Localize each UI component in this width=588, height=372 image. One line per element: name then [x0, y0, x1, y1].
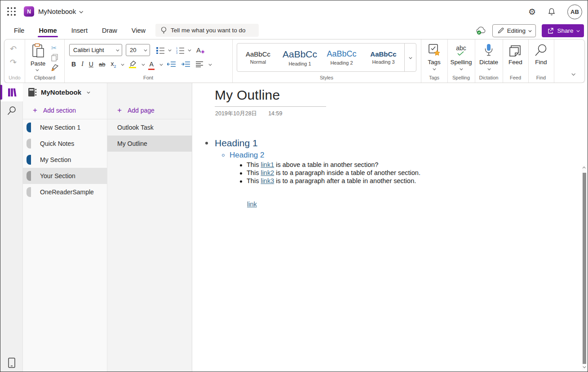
paste-icon[interactable] — [31, 43, 45, 59]
link2[interactable]: link2 — [261, 169, 274, 176]
highlight-color-icon[interactable] — [129, 60, 137, 68]
outline-item[interactable]: This link2 is to a paragraph inside a ta… — [247, 169, 420, 176]
style-name: Normal — [250, 59, 266, 65]
chevron-down-icon[interactable] — [188, 48, 190, 51]
divider — [554, 39, 554, 83]
rail-notebooks-button[interactable] — [0, 83, 23, 101]
onenote-window: N MyNotebook ⚙ AB File Home Insert Draw … — [0, 0, 588, 372]
app-launcher-icon[interactable] — [7, 7, 16, 16]
feed-button[interactable]: Feed Feed — [503, 39, 528, 83]
paragraph-alignment-icon[interactable] — [196, 61, 203, 67]
format-painter-icon[interactable] — [51, 64, 59, 72]
bullet-list-icon[interactable] — [156, 47, 165, 54]
tab-draw[interactable]: Draw — [95, 23, 124, 38]
decrease-indent-icon[interactable] — [167, 61, 176, 67]
clear-formatting-icon[interactable]: A — [196, 46, 201, 54]
section-color-tab — [27, 155, 31, 165]
link3[interactable]: link3 — [261, 177, 274, 184]
section-item-my-section[interactable]: My Section — [23, 152, 107, 168]
tell-me-search[interactable]: Tell me what you want to do — [155, 24, 259, 37]
outline-heading2[interactable]: Heading 2 — [230, 151, 265, 160]
subscript-button[interactable]: x2 — [111, 60, 116, 69]
tags-button[interactable]: Tags Tags — [421, 39, 447, 83]
font-name-select[interactable]: Calibri Light — [69, 44, 122, 56]
scrollbar-thumb[interactable] — [583, 173, 586, 364]
chevron-down-icon[interactable] — [36, 68, 39, 70]
italic-button[interactable]: I — [81, 61, 84, 68]
section-item-onereadersample[interactable]: OneReaderSample — [23, 184, 107, 200]
bold-button[interactable]: B — [71, 61, 76, 68]
undo-icon[interactable]: ↶ — [10, 44, 17, 54]
chevron-down-icon[interactable] — [121, 63, 124, 66]
section-item-quick-notes[interactable]: Quick Notes — [23, 136, 107, 152]
chevron-down-icon — [116, 48, 119, 51]
dictate-button[interactable]: Dictate Dictation — [475, 39, 503, 83]
chevron-down-icon[interactable] — [168, 48, 171, 51]
page-title[interactable]: My Outline — [215, 88, 280, 103]
link1[interactable]: link1 — [261, 161, 274, 168]
editing-label: Editing — [507, 27, 526, 34]
copy-icon[interactable] — [51, 54, 58, 61]
style-heading1[interactable]: AaBbCc Heading 1 — [279, 44, 321, 71]
section-label: New Section 1 — [40, 124, 80, 131]
notebook-header-dropdown[interactable]: MyNotebook — [23, 83, 107, 101]
add-section-button[interactable]: + Add section — [23, 101, 107, 119]
section-item-new-section-1[interactable]: New Section 1 — [23, 119, 107, 136]
style-preview: AaBbCc — [327, 49, 356, 59]
add-page-button[interactable]: + Add page — [107, 101, 192, 119]
settings-gear-icon[interactable]: ⚙ — [528, 8, 536, 16]
find-button[interactable]: Find Find — [528, 39, 554, 83]
spelling-button[interactable]: abc Spelling Spelling — [447, 39, 475, 83]
strikethrough-button[interactable]: ab — [99, 61, 105, 68]
style-normal[interactable]: AaBbCc Normal — [237, 44, 279, 71]
increase-indent-icon[interactable] — [181, 61, 190, 67]
chevron-down-icon[interactable] — [209, 63, 212, 66]
scroll-up-arrow-icon[interactable] — [583, 167, 585, 170]
editing-mode-button[interactable]: Editing — [492, 24, 536, 37]
font-color-letter: A — [149, 61, 153, 68]
dictation-group-label: Dictation — [475, 75, 503, 80]
feed-label: Feed — [508, 59, 522, 66]
chevron-down-icon[interactable] — [160, 63, 163, 66]
section-item-your-section[interactable]: Your Section — [23, 168, 107, 184]
onenote-logo[interactable]: N — [24, 6, 34, 17]
font-size-select[interactable]: 20 — [126, 44, 150, 56]
get-mobile-app-button[interactable] — [0, 358, 23, 368]
pages-header-spacer — [107, 83, 192, 101]
scroll-down-arrow-icon[interactable] — [583, 365, 586, 368]
cut-icon[interactable]: ✂ — [51, 44, 57, 52]
page-item-my-outline[interactable]: My Outline — [107, 136, 192, 152]
avatar[interactable]: AB — [567, 4, 582, 19]
numbered-list-icon[interactable]: 123 — [176, 47, 185, 54]
outline-heading1[interactable]: Heading 1 — [215, 138, 258, 149]
underline-button[interactable]: U — [89, 61, 93, 68]
tab-view[interactable]: View — [124, 23, 153, 38]
collapse-ribbon-chevron-icon[interactable] — [571, 72, 575, 75]
section-color-tab — [27, 171, 31, 181]
dictate-label: Dictate — [479, 59, 498, 66]
ribbon: ↶ ↷ Undo Paste ✂ Clipboard Calibri L — [4, 39, 585, 83]
item-text: This — [247, 177, 261, 184]
share-button[interactable]: Share — [542, 24, 584, 37]
vertical-scrollbar[interactable] — [582, 166, 587, 371]
standalone-link[interactable]: link — [247, 201, 257, 208]
outline-item[interactable]: This link1 is above a table in another s… — [247, 161, 378, 168]
tab-file[interactable]: File — [7, 23, 31, 38]
lightbulb-icon — [161, 26, 167, 35]
notebook-title-dropdown[interactable]: MyNotebook — [38, 8, 82, 15]
tab-insert[interactable]: Insert — [64, 23, 95, 38]
font-color-icon[interactable]: A — [149, 61, 153, 67]
redo-icon[interactable]: ↷ — [10, 57, 17, 67]
style-heading3[interactable]: AaBbCc Heading 3 — [363, 44, 404, 71]
page-item-outlook-task[interactable]: Outlook Task — [107, 119, 192, 136]
tab-home[interactable]: Home — [31, 23, 64, 38]
notifications-bell-icon[interactable] — [548, 8, 556, 16]
styles-gallery-more[interactable] — [404, 44, 416, 71]
paste-label[interactable]: Paste — [31, 60, 45, 67]
page-canvas[interactable]: My Outline 2019年10月28日14:59 Heading 1 He… — [192, 83, 588, 372]
spelling-icon: abc — [456, 44, 466, 57]
style-heading2[interactable]: AaBbCc Heading 2 — [321, 44, 363, 71]
rail-search-button[interactable] — [0, 101, 23, 120]
chevron-down-icon[interactable] — [142, 63, 145, 66]
outline-item[interactable]: This link3 is to a paragraph after a tab… — [247, 177, 416, 184]
